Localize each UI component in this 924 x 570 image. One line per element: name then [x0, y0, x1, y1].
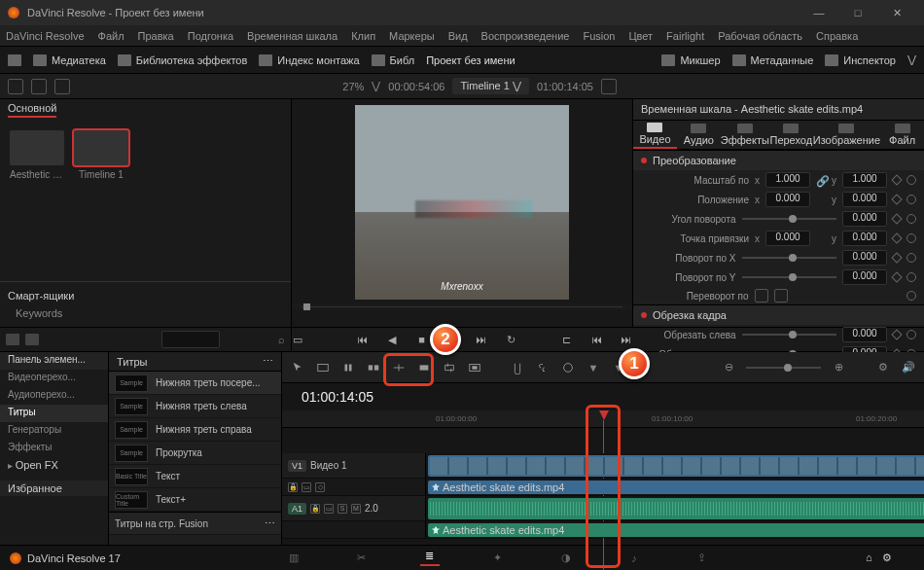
thumbnail-view-icon[interactable] [8, 79, 23, 94]
snapping-icon[interactable] [510, 360, 525, 375]
fxrow-audio-transitions[interactable]: Аудиоперехо... [0, 387, 108, 405]
viewer-options-icon[interactable] [601, 79, 617, 94]
mixer-button[interactable]: Микшер [661, 54, 720, 66]
zoom-out-icon[interactable]: ⊖ [721, 360, 736, 375]
linked-selection-icon[interactable] [535, 360, 551, 375]
keyframe-icon[interactable] [891, 174, 902, 185]
titles-menu-button[interactable]: ⋯ [263, 355, 273, 368]
loop-button[interactable]: ↻ [505, 333, 517, 346]
title-item[interactable]: Custom TitleТекст+ [109, 488, 281, 512]
first-frame-button[interactable]: ⏮ [356, 333, 369, 346]
maximize-button[interactable]: □ [838, 0, 877, 25]
anchor-y-field[interactable]: 0.000 [842, 231, 887, 246]
project-settings-icon[interactable]: ⚙ [882, 552, 892, 564]
menu-playback[interactable]: Воспроизведение [481, 30, 570, 42]
fx-library-view-icon[interactable] [25, 334, 39, 345]
fusion-page-icon[interactable]: ✦ [488, 551, 508, 566]
reset-icon[interactable] [906, 195, 916, 204]
fx-search-input[interactable] [161, 331, 220, 348]
keyframe-icon[interactable] [891, 232, 902, 243]
fx-library-view-icon[interactable] [6, 334, 19, 345]
scale-y-field[interactable]: 1.000 [842, 172, 887, 188]
keyframe-icon[interactable] [891, 194, 902, 204]
trim-tool-icon[interactable] [315, 360, 331, 375]
keyframe-icon[interactable] [891, 271, 902, 282]
favorites-header[interactable]: Избранное [0, 481, 108, 496]
fxrow-openfx[interactable]: ▸ Open FX [0, 457, 108, 475]
lock-track-icon[interactable]: 🔒 [288, 482, 298, 492]
color-page-icon[interactable]: ◑ [556, 551, 576, 566]
auto-select-icon[interactable]: ▭ [302, 482, 311, 492]
prev-clip-button[interactable]: ⏮ [590, 333, 603, 346]
fairlight-page-icon[interactable]: ♪ [624, 551, 644, 566]
video-track-tag[interactable]: V1 [288, 460, 306, 472]
link-icon[interactable]: 🔗 [816, 175, 826, 185]
position-y-field[interactable]: 0.000 [842, 192, 887, 207]
timeline-timecode-display[interactable]: 01:00:14:05 [294, 389, 912, 405]
reset-icon[interactable] [906, 233, 916, 243]
fit-to-fill-icon[interactable] [467, 360, 482, 375]
position-lock-icon[interactable] [560, 360, 576, 375]
clip-thumbnail[interactable]: Aesthetic s... [10, 130, 64, 180]
menu-markers[interactable]: Маркеры [389, 30, 435, 42]
next-clip-button[interactable]: ⏭ [620, 333, 632, 346]
keyframe-icon[interactable] [891, 213, 902, 224]
search-icon[interactable]: ⌕ [278, 334, 285, 345]
viewer-zoom[interactable]: 27% [342, 81, 364, 92]
menu-workspace[interactable]: Рабочая область [718, 30, 802, 42]
media-page-icon[interactable]: ▥ [284, 551, 303, 566]
solo-button[interactable]: S [338, 504, 347, 514]
reset-icon[interactable] [906, 214, 916, 224]
yaw-slider[interactable] [742, 276, 837, 278]
title-item[interactable]: SampleПрокрутка [109, 442, 281, 465]
effects-library-button[interactable]: Библиотека эффектов [118, 54, 248, 66]
timeline-thumbnail[interactable]: Timeline 1 [74, 130, 128, 180]
pitch-field[interactable]: 0.000 [842, 250, 887, 266]
deliver-page-icon[interactable]: ⇪ [693, 551, 712, 566]
fxrow-video-transitions[interactable]: Видеоперехо... [0, 370, 108, 387]
transform-section-header[interactable]: Преобразование [633, 150, 924, 170]
rotation-slider[interactable] [742, 218, 837, 220]
anchor-x-field[interactable]: 0.000 [765, 231, 810, 246]
edit-page-icon[interactable]: ≣ [420, 551, 440, 566]
fxrow-titles[interactable]: Титры [0, 405, 108, 422]
crop-section-header[interactable]: Обрезка кадра [633, 304, 924, 325]
dynamic-trim-icon[interactable] [340, 360, 356, 375]
replace-clip-icon[interactable] [442, 360, 457, 375]
flip-h-button[interactable] [755, 289, 768, 303]
sound-library-button[interactable]: Библ [372, 54, 415, 66]
title-item[interactable]: Basic TitleТекст [109, 465, 281, 488]
stop-button[interactable]: ■ [415, 333, 428, 346]
play-reverse-button[interactable]: ◀ [386, 333, 399, 346]
rotation-field[interactable]: 0.000 [842, 211, 887, 227]
match-frame-button[interactable]: ⊏ [560, 333, 573, 346]
video-clip-label-strip[interactable]: Aesthetic skate edits.mp4 [428, 481, 924, 494]
auto-select-icon[interactable]: ▭ [324, 504, 334, 514]
menu-file[interactable]: Файл [98, 30, 124, 42]
inspector-button[interactable]: Инспектор [825, 54, 896, 66]
crop-icon[interactable]: ▭ [292, 333, 304, 346]
timeline-timecode[interactable]: 01:00:14:05 [537, 81, 593, 92]
mute-button[interactable]: M [351, 504, 361, 514]
zoom-slider[interactable] [746, 367, 821, 369]
menu-trim[interactable]: Подгонка [188, 30, 233, 42]
menu-fusion[interactable]: Fusion [583, 30, 615, 42]
metadata-button[interactable]: Метаданные [732, 54, 814, 66]
audio-meter-icon[interactable]: 🔊 [901, 360, 916, 375]
menu-help[interactable]: Справка [816, 30, 858, 42]
inspector-tab-audio[interactable]: Аудио [677, 121, 721, 149]
timeline-dropdown[interactable]: Timeline 1 ⋁ [452, 78, 528, 94]
flag-icon[interactable]: ▼ [586, 360, 601, 375]
audio-clip-label-strip[interactable]: Aesthetic skate edits.mp4 [428, 523, 924, 537]
scale-x-field[interactable]: 1.000 [765, 172, 810, 188]
scrubber-handle[interactable] [303, 303, 310, 310]
fxrow-generators[interactable]: Генераторы [0, 422, 108, 440]
flip-v-button[interactable] [774, 289, 788, 303]
bin-tab-main[interactable]: Основной [8, 102, 56, 118]
smartbins-header[interactable]: Смарт-ящики [8, 290, 283, 302]
audio-clip[interactable] [428, 498, 924, 519]
menu-fairlight[interactable]: Fairlight [666, 30, 704, 42]
lock-track-icon[interactable]: 🔒 [310, 504, 320, 514]
fxrow-effects[interactable]: Эффекты [0, 440, 108, 457]
list-view-icon[interactable] [31, 79, 47, 94]
